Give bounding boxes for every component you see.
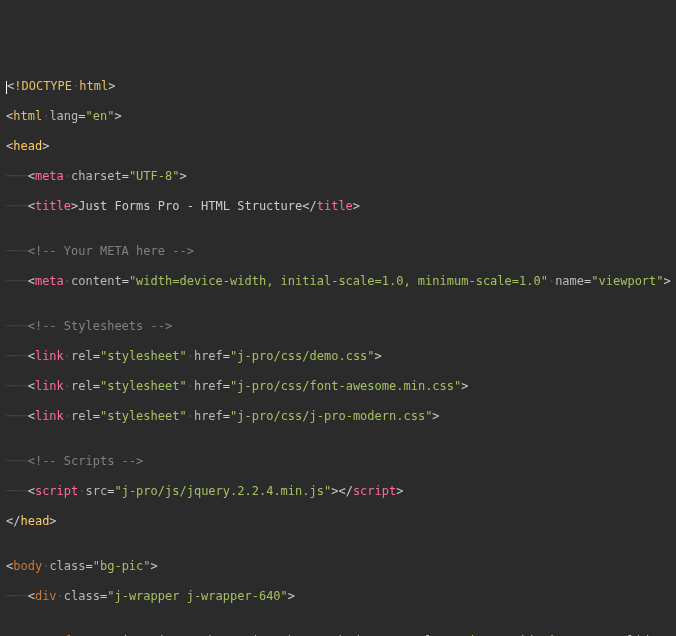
code-line: <head> <box>6 139 670 154</box>
code-line: <html·lang="en"> <box>6 109 670 124</box>
code-line: ┈┈┈<link·rel="stylesheet"·href="j-pro/cs… <box>6 409 670 424</box>
code-line: ┈┈┈<!-- Stylesheets --> <box>6 319 670 334</box>
code-line: ┈┈┈<meta·charset="UTF-8"> <box>6 169 670 184</box>
code-line: <!DOCTYPE·html> <box>6 79 670 94</box>
code-line: ┈┈┈<!-- Scripts --> <box>6 454 670 469</box>
code-editor[interactable]: <!DOCTYPE·html> <html·lang="en"> <head> … <box>6 64 670 636</box>
text-cursor <box>6 81 7 94</box>
code-line: ┈┈┈<link·rel="stylesheet"·href="j-pro/cs… <box>6 379 670 394</box>
code-line: </head> <box>6 514 670 529</box>
code-line: ┈┈┈<script·src="j-pro/js/jquery.2.2.4.mi… <box>6 484 670 499</box>
code-line: ┈┈┈<meta·content="width=device-width, in… <box>6 274 670 289</box>
code-line: ┈┈┈<link·rel="stylesheet"·href="j-pro/cs… <box>6 349 670 364</box>
code-line: ┈┈┈<!-- Your META here --> <box>6 244 670 259</box>
code-line: <body·class="bg-pic"> <box>6 559 670 574</box>
code-line: ┈┈┈<div·class="j-wrapper j-wrapper-640"> <box>6 589 670 604</box>
code-line: ┈┈┈<title>Just Forms Pro - HTML Structur… <box>6 199 670 214</box>
